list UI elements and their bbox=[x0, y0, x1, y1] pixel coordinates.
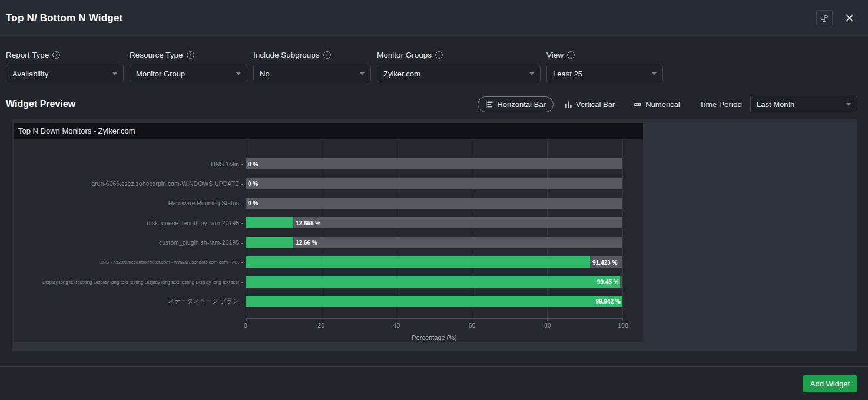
field-view: View i Least 25 bbox=[546, 51, 663, 82]
field-report-type: Report Type i Availability bbox=[6, 51, 124, 82]
time-period-select[interactable]: Last Month bbox=[750, 96, 857, 112]
header-actions bbox=[816, 10, 856, 26]
bar-value-label: 99.45 % bbox=[597, 279, 619, 285]
bar-track: 0 % bbox=[246, 198, 622, 209]
chart-row: disk_queue_length.py-ram-20195-12.658 % bbox=[14, 213, 643, 232]
x-tick-label: 60 bbox=[469, 322, 476, 329]
bar-value-label: 12.658 % bbox=[296, 219, 320, 226]
chart-type-horizontal-bar[interactable]: Horizontal Bar bbox=[478, 96, 553, 112]
bar-value-label: 0 % bbox=[248, 181, 258, 187]
resource-type-select[interactable]: Monitor Group bbox=[130, 65, 247, 82]
view-select[interactable]: Least 25 bbox=[546, 65, 663, 82]
controls-row: Report Type i Availability Resource Type… bbox=[6, 51, 868, 82]
y-tick-mark: - bbox=[239, 161, 246, 167]
x-tick-label: 100 bbox=[618, 322, 628, 329]
chart-type-label: Horizontal Bar bbox=[497, 100, 545, 109]
include-subgroups-value: No bbox=[260, 69, 270, 78]
chart-row: DNS 1Min-0 % bbox=[14, 154, 643, 174]
close-button[interactable] bbox=[842, 11, 856, 25]
y-tick-mark: - bbox=[239, 259, 246, 265]
chart-title: Top N Down Monitors - Zylker.com bbox=[14, 123, 643, 139]
chart-container: Top N Down Monitors - Zylker.com DNS 1Mi… bbox=[14, 123, 643, 342]
bar-value-label: 0 % bbox=[248, 161, 258, 167]
chart-rows: DNS 1Min-0 %arun-6066.csez.zohocorpin.co… bbox=[14, 141, 643, 311]
category-label: custom_plugin.sh-ram-20195 bbox=[14, 239, 239, 246]
close-icon bbox=[845, 14, 854, 22]
x-axis-title: Percentage (%) bbox=[246, 334, 623, 341]
monitor-groups-select[interactable]: Zylker.com bbox=[377, 65, 541, 82]
x-tick-label: 40 bbox=[393, 322, 400, 329]
include-subgroups-label: Include Subgroups bbox=[253, 51, 320, 59]
category-label: DNS - ns2.trafficcontrolrouter.com - www… bbox=[14, 259, 239, 265]
x-tick-mark bbox=[622, 318, 623, 321]
x-tick-label: 80 bbox=[544, 322, 551, 329]
chart-row: custom_plugin.sh-ram-20195-12.66 % bbox=[14, 233, 643, 252]
bar-track: 91.423 % bbox=[246, 256, 622, 268]
chart-type-numerical[interactable]: Numerical bbox=[626, 96, 688, 112]
bar-value-label: 91.423 % bbox=[592, 259, 617, 265]
bar-track: 12.66 % bbox=[246, 237, 622, 248]
chevron-down-icon bbox=[652, 72, 657, 75]
bar-fill bbox=[246, 296, 622, 307]
category-label: arun-6066.csez.zohocorpin.com-WINDOWS UP… bbox=[14, 180, 239, 187]
y-tick-mark: - bbox=[239, 181, 246, 187]
x-tick-mark bbox=[472, 318, 472, 321]
field-monitor-groups: Monitor Groups i Zylker.com bbox=[377, 51, 541, 82]
chevron-down-icon bbox=[360, 72, 365, 75]
chart-row: arun-6066.csez.zohocorpin.com-WINDOWS UP… bbox=[14, 174, 643, 193]
widget-preview-panel: Top N Down Monitors - Zylker.com DNS 1Mi… bbox=[12, 119, 857, 351]
modal-footer: Add Widget bbox=[0, 366, 868, 400]
chevron-down-icon bbox=[529, 72, 534, 75]
chart-row: Display long text testing Display long t… bbox=[14, 272, 643, 291]
bar-track: 99.942 % bbox=[246, 296, 622, 307]
info-icon[interactable]: i bbox=[435, 51, 443, 59]
info-icon[interactable]: i bbox=[52, 51, 60, 59]
time-period-label: Time Period bbox=[700, 100, 742, 109]
resource-type-label: Resource Type bbox=[130, 51, 183, 59]
category-label: disk_queue_length.py-ram-20195 bbox=[14, 219, 239, 226]
x-tick-label: 20 bbox=[317, 322, 324, 329]
chart-canvas: DNS 1Min-0 %arun-6066.csez.zohocorpin.co… bbox=[14, 139, 643, 342]
x-tick-mark bbox=[322, 318, 322, 321]
category-label: Hardware Running Status bbox=[14, 199, 239, 206]
view-label: View bbox=[546, 51, 564, 59]
chart-row: Hardware Running Status-0 % bbox=[14, 194, 643, 213]
preview-tools: Horizontal Bar Vertical Bar bbox=[478, 96, 857, 112]
bar-value-label: 0 % bbox=[248, 200, 258, 206]
modal-title: Top N/ Bottom N Widget bbox=[6, 12, 122, 24]
chart-type-label: Numerical bbox=[645, 100, 680, 109]
bar-track: 99.45 % bbox=[246, 276, 622, 288]
vertical-bar-icon bbox=[565, 101, 572, 108]
signpost-button[interactable] bbox=[816, 10, 833, 26]
chevron-down-icon bbox=[112, 72, 117, 75]
x-axis-tick-labels: 020406080100 bbox=[246, 322, 623, 330]
field-include-subgroups: Include Subgroups i No bbox=[253, 51, 371, 82]
report-type-value: Availability bbox=[12, 69, 48, 78]
bar-track: 0 % bbox=[246, 178, 622, 189]
widget-preview-heading: Widget Preview bbox=[6, 99, 75, 109]
report-type-select[interactable]: Availability bbox=[6, 65, 124, 82]
view-value: Least 25 bbox=[553, 69, 582, 78]
info-icon[interactable]: i bbox=[567, 51, 575, 59]
y-tick-mark: - bbox=[239, 279, 246, 285]
modal-header: Top N/ Bottom N Widget bbox=[0, 0, 868, 36]
bar-track: 0 % bbox=[246, 158, 622, 169]
bar-fill bbox=[246, 256, 590, 268]
x-tick-mark bbox=[246, 318, 247, 321]
category-label: ステータスページ プラン bbox=[14, 297, 239, 305]
y-tick-mark: - bbox=[239, 298, 246, 305]
report-type-label: Report Type bbox=[6, 51, 49, 59]
info-icon[interactable]: i bbox=[187, 51, 194, 59]
add-widget-button[interactable]: Add Widget bbox=[803, 375, 857, 392]
bar-fill bbox=[246, 276, 620, 288]
chart-type-vertical-bar[interactable]: Vertical Bar bbox=[557, 96, 622, 112]
preview-header-row: Widget Preview Horizontal Bar bbox=[6, 95, 857, 113]
include-subgroups-select[interactable]: No bbox=[253, 65, 371, 82]
numerical-icon bbox=[634, 101, 642, 108]
chart-type-label: Vertical Bar bbox=[576, 100, 615, 109]
info-icon[interactable]: i bbox=[323, 51, 331, 59]
time-period-value: Last Month bbox=[757, 100, 794, 109]
chart-row: DNS - ns2.trafficcontrolrouter.com - www… bbox=[14, 252, 643, 272]
chart-type-toggle-group: Horizontal Bar Vertical Bar bbox=[478, 96, 687, 112]
resource-type-value: Monitor Group bbox=[136, 69, 185, 78]
